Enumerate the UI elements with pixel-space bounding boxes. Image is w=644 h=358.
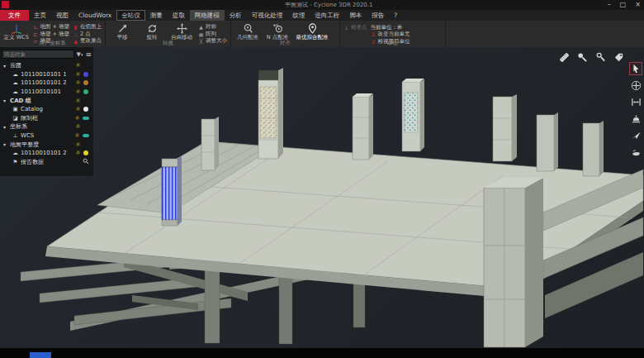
tab-reverse-engineering[interactable]: 逆向工程 <box>310 10 344 21</box>
tab-script[interactable]: 脚本 <box>344 10 367 21</box>
maximize-button[interactable]: □ <box>620 1 627 9</box>
tab-home[interactable]: 主页 <box>29 10 51 21</box>
visibility-icon[interactable]: ☼ <box>74 106 82 112</box>
color-swatch[interactable] <box>83 134 89 137</box>
tab-total-station[interactable]: 全站仪 <box>116 10 145 21</box>
array-grid-icon: ▦ <box>198 31 204 37</box>
tab-extract[interactable]: 提取 <box>168 10 190 21</box>
pan-move-icon[interactable] <box>630 79 642 91</box>
tree-item-limit-box[interactable]: ◪ 限制框 ☼ <box>2 114 92 123</box>
tab-cloudworx[interactable]: CloudWorx <box>73 10 116 21</box>
close-button[interactable]: × <box>635 1 641 9</box>
change-unit-button[interactable]: Z改变当前单元 <box>371 31 410 38</box>
3d-model-view[interactable] <box>0 47 644 348</box>
visibility-icon[interactable]: ☼ <box>73 132 81 139</box>
tree-item-cloud-3[interactable]: ☁ 10110010101 ☼ <box>2 88 92 97</box>
visibility-icon[interactable]: ☼ <box>74 141 82 148</box>
tab-view[interactable]: 视图 <box>51 10 73 21</box>
visibility-icon[interactable]: ☼ <box>73 115 81 122</box>
visibility-icon[interactable]: ☼ <box>74 123 82 130</box>
tag-icon[interactable] <box>613 51 624 63</box>
best-fit-registration-icon <box>306 23 319 34</box>
ucs-on-section-button[interactable]: ▮在切面上 <box>73 24 102 31</box>
define-wcs-button[interactable]: 定义 WCS <box>3 21 29 41</box>
collapse-caret-icon[interactable]: ▾ <box>3 63 8 69</box>
axis-tripod-icon <box>9 23 24 34</box>
ucs-floor-wall-button[interactable]: ∟地面 + 墙壁 <box>32 24 69 31</box>
ribbon-group-label: 单位 <box>340 40 445 47</box>
visibility-icon[interactable]: ☼ <box>74 88 82 95</box>
hand-pan-icon[interactable] <box>630 146 642 157</box>
measure-ruler-icon[interactable] <box>558 51 570 63</box>
color-swatch[interactable] <box>83 72 88 77</box>
panel-menu-icon[interactable]: ≡ <box>85 50 92 59</box>
color-swatch[interactable] <box>83 107 88 112</box>
taskbar-accent <box>30 352 51 358</box>
mirror-button[interactable]: ▲对称 <box>198 24 227 31</box>
inspect-magnifier-icon[interactable] <box>83 158 89 166</box>
color-swatch[interactable] <box>83 89 88 94</box>
filter-objects-input[interactable] <box>2 50 74 59</box>
collapse-caret-icon[interactable]: ▾ <box>3 98 8 103</box>
visibility-icon[interactable]: ☼ <box>74 150 82 156</box>
tree-item-report-data[interactable]: ⚑ 报告数据 <box>2 158 92 167</box>
fly-navigation-icon[interactable] <box>630 129 642 141</box>
translate-button[interactable]: 平移 <box>109 21 135 41</box>
tree-group-floor-flatness[interactable]: ▾ 地面平整度 ☼ <box>2 140 92 149</box>
ucs-two-points-button[interactable]: ∴2 点 <box>73 31 102 38</box>
color-swatch[interactable] <box>83 117 89 120</box>
ribbon-tab-bar: 文件 主页 视图 CloudWorx 全站仪 测量 提取 网格建模 分析 可视化… <box>0 10 644 21</box>
two-points-icon: ∴ <box>73 31 78 37</box>
n-points-registration-button[interactable]: N 点配准 <box>264 21 291 41</box>
select-cursor-icon[interactable] <box>630 63 642 74</box>
tree-item-cloud-1[interactable]: ☁ 10110010101 1 ☼ <box>2 70 92 79</box>
project-tree-panel: ▼▾ ≡ ▾ 云团 ☼ ☁ 10110010101 1 ☼ ☁ 10110010… <box>0 47 93 176</box>
tab-file[interactable]: 文件 <box>0 10 29 21</box>
tree-group-clouds[interactable]: ▾ 云团 ☼ <box>2 61 92 70</box>
tab-measure[interactable]: 测量 <box>145 10 168 21</box>
collapse-caret-icon[interactable]: ▾ <box>3 141 8 147</box>
3d-viewport[interactable] <box>0 47 644 348</box>
annotate-pin-2-icon[interactable] <box>594 51 606 63</box>
column-speckled-teal[interactable] <box>402 79 424 151</box>
annotate-pin-icon[interactable] <box>576 51 588 63</box>
column-blue-scan[interactable] <box>162 156 182 226</box>
visibility-icon[interactable]: ☼ <box>74 98 82 104</box>
tree-group-cad[interactable]: ▾ CAD 组 ☼ <box>2 96 92 105</box>
geometric-registration-button[interactable]: 几何配准 <box>234 21 261 41</box>
ribbon-group-ucs: 定义 WCS ∟地面 + 墙壁 ⊏墙壁 + 墙壁 ▱墙壁 ▮在切面上 ∴2 点 … <box>0 21 106 47</box>
zoom-extents-icon[interactable] <box>630 96 642 107</box>
ucs-wall-wall-button[interactable]: ⊏墙壁 + 墙壁 <box>32 31 69 38</box>
tree-item-catalog[interactable]: ▣ Catalog ☼ <box>2 105 92 114</box>
tab-texture[interactable]: 纹理 <box>287 10 310 21</box>
collapse-caret-icon[interactable]: ▾ <box>3 124 8 130</box>
color-swatch[interactable] <box>83 150 88 155</box>
visibility-icon[interactable]: ☼ <box>74 79 82 86</box>
tab-visualization[interactable]: 可视化处理 <box>247 10 288 21</box>
rotate-button[interactable]: 旋转 <box>139 21 165 41</box>
filter-funnel-icon[interactable]: ▼▾ <box>77 50 83 59</box>
unit-z-icon: Z <box>371 31 376 37</box>
point-cloud-icon: ☁ <box>12 71 19 78</box>
tree-item-wcs[interactable]: ⊥ WCS ☼ <box>2 131 92 141</box>
free-move-button[interactable]: 自由移动 <box>168 21 195 41</box>
point-cloud-icon: ☁ <box>12 150 19 156</box>
tree-item-flatness-cloud[interactable]: ☁ 10110010101 2 ☼ <box>2 149 92 158</box>
tab-report[interactable]: 报告 <box>367 10 389 21</box>
orbit-camera-icon[interactable] <box>630 112 642 124</box>
tree-group-coordinate-systems[interactable]: ▾ 坐标系 ☼ <box>2 122 92 131</box>
tree-item-cloud-2[interactable]: ☁ 10110010101 2 ☼ <box>2 79 92 88</box>
visibility-icon[interactable]: ☼ <box>74 71 82 78</box>
minimize-button[interactable]: – <box>608 1 611 9</box>
best-fit-registration-button[interactable]: 最优拟合配准 <box>294 21 330 41</box>
color-swatch[interactable] <box>83 80 88 85</box>
tab-meshing[interactable]: 网格建模 <box>190 10 225 21</box>
title-bar: 平面测试 - Cyclone 3DR 2020.1 – □ × <box>0 0 644 10</box>
array-button[interactable]: ▦阵列 <box>198 31 227 38</box>
column-speckled-yellow[interactable] <box>258 68 283 159</box>
checkpoint-button[interactable]: ⊥检查点 <box>343 25 367 31</box>
visibility-icon[interactable]: ☼ <box>74 62 82 69</box>
tab-help[interactable]: ? <box>389 10 402 21</box>
n-points-registration-icon <box>272 23 284 34</box>
tab-analysis[interactable]: 分析 <box>225 10 247 21</box>
